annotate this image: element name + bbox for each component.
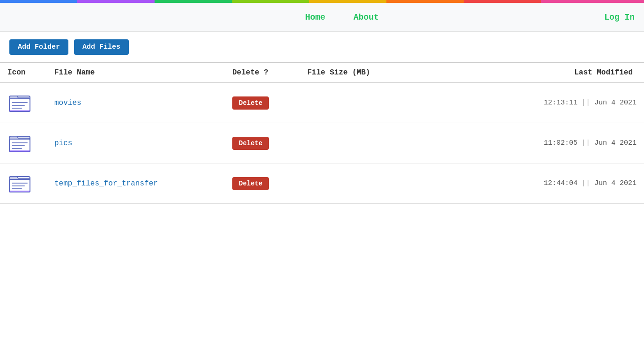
svg-rect-17: [9, 191, 30, 192]
delete-cell: Delete: [225, 83, 300, 123]
delete-button[interactable]: Delete: [232, 137, 269, 150]
file-name-link[interactable]: movies: [54, 99, 81, 107]
navbar: Home About Log In: [0, 3, 644, 32]
delete-button[interactable]: Delete: [232, 96, 269, 110]
file-size-cell: [300, 123, 444, 163]
nav-links: Home About: [80, 13, 604, 22]
col-last-modified: Last Modified: [444, 63, 644, 83]
last-modified-cell: 12:44:04 || Jun 4 2021: [444, 163, 644, 204]
nav-login[interactable]: Log In: [604, 13, 635, 22]
file-table: Icon File Name Delete ? File Size (MB) L…: [0, 62, 644, 204]
delete-cell: Delete: [225, 123, 300, 163]
folder-icon: [7, 89, 32, 114]
svg-rect-11: [9, 150, 30, 152]
file-name-cell: pics: [47, 123, 225, 163]
nav-about[interactable]: About: [354, 13, 379, 22]
last-modified-cell: 11:02:05 || Jun 4 2021: [444, 123, 644, 163]
add-files-button[interactable]: Add Files: [74, 39, 129, 55]
folder-icon-cell: [0, 123, 47, 163]
file-size-cell: [300, 83, 444, 123]
delete-cell: Delete: [225, 163, 300, 204]
file-name-link[interactable]: pics: [54, 139, 72, 148]
file-name-link[interactable]: temp_files_for_transfer: [54, 179, 158, 188]
folder-icon: [7, 130, 32, 154]
col-icon: Icon: [0, 63, 47, 83]
file-name-cell: temp_files_for_transfer: [47, 163, 225, 204]
col-filename: File Name: [47, 63, 225, 83]
toolbar: Add Folder Add Files: [0, 32, 644, 62]
delete-button[interactable]: Delete: [232, 177, 269, 190]
table-row: picsDelete11:02:05 || Jun 4 2021: [0, 123, 644, 163]
folder-icon-cell: [0, 163, 47, 204]
table-row: moviesDelete12:13:11 || Jun 4 2021: [0, 83, 644, 123]
table-row: temp_files_for_transferDelete12:44:04 ||…: [0, 163, 644, 204]
file-name-cell: movies: [47, 83, 225, 123]
col-delete: Delete ?: [225, 63, 300, 83]
folder-icon: [7, 170, 32, 194]
add-folder-button[interactable]: Add Folder: [9, 39, 68, 55]
folder-icon-cell: [0, 83, 47, 123]
svg-rect-5: [9, 110, 30, 111]
nav-home[interactable]: Home: [305, 13, 325, 22]
table-header-row: Icon File Name Delete ? File Size (MB) L…: [0, 63, 644, 83]
last-modified-cell: 12:13:11 || Jun 4 2021: [444, 83, 644, 123]
col-filesize: File Size (MB): [300, 63, 444, 83]
file-size-cell: [300, 163, 444, 204]
